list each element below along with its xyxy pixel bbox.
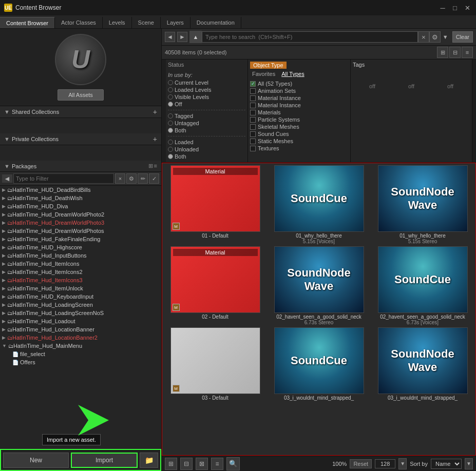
grid-view-small-button[interactable]: ⊠ bbox=[196, 458, 208, 470]
asset-card[interactable]: SoundCue 01_why_hello_there 5.15s [Voice… bbox=[268, 165, 370, 244]
asset-card[interactable]: Material M 02 - Default bbox=[164, 246, 266, 325]
asset-card[interactable]: SoundNodeWave 02_havent_seen_a_good_soli… bbox=[268, 246, 370, 325]
packages-triangle: ▼ bbox=[4, 163, 10, 169]
list-item[interactable]: ▶ 🗂 HatInTime_Hud_Loadout bbox=[0, 317, 161, 325]
tab-levels[interactable]: Levels bbox=[103, 17, 132, 28]
packages-view-list-icon[interactable]: ≡ bbox=[154, 163, 157, 169]
packages-clear-filter-button[interactable]: × bbox=[115, 173, 125, 184]
list-view-button[interactable]: ≡ bbox=[211, 458, 223, 470]
minimize-button[interactable]: ─ bbox=[438, 3, 447, 12]
list-item[interactable]: ▶ 🗂 HatInTime_Hud_LoadingScreen bbox=[0, 301, 161, 309]
sort-dropdown[interactable]: Name bbox=[431, 459, 462, 469]
off-radio[interactable]: Off bbox=[168, 101, 245, 108]
asset-card[interactable]: SoundCue 03_i_wouldnt_mind_strapped_ bbox=[268, 327, 370, 401]
sort-dropdown-arrow-button[interactable]: ▼ bbox=[465, 458, 473, 469]
tagged-radio[interactable]: Tagged bbox=[168, 112, 245, 120]
list-item[interactable]: ▶ 🗂 HatInTime_HUD_Diva bbox=[0, 202, 161, 210]
all-assets-button[interactable]: All Assets bbox=[58, 89, 104, 101]
import-button[interactable]: Import bbox=[71, 453, 138, 468]
clear-button[interactable]: Clear bbox=[452, 31, 473, 43]
asset-card[interactable]: SoundNodeWave 01_why_hello_there 5.15s S… bbox=[372, 165, 473, 244]
list-item[interactable]: ▶ 🗂 HatInTime_HUD_KeyboardInput bbox=[0, 292, 161, 301]
all-types-tab[interactable]: All Types bbox=[279, 70, 306, 78]
size-input[interactable] bbox=[375, 459, 395, 468]
list-item[interactable]: ▶ 🗂 HatInTime_Hud_DreamWorldPhoto3 bbox=[0, 219, 161, 227]
asset-card[interactable]: M 03 - Default bbox=[164, 327, 266, 401]
list-item[interactable]: ▶ 🗂 HatInTime_Hud_FakeFinaleEnding bbox=[0, 235, 161, 243]
list-item[interactable]: 📄 file_select bbox=[10, 350, 161, 358]
list-item[interactable]: ▶ 🗂 HatInTime_HUD_Highscore bbox=[0, 243, 161, 251]
tab-documentation[interactable]: Documentation bbox=[191, 17, 241, 28]
tab-scene[interactable]: Scene bbox=[132, 17, 161, 28]
asset-card[interactable]: SoundNodeWave 03_i_wouldnt_mind_strapped… bbox=[372, 327, 473, 401]
shared-collections-add-button[interactable]: + bbox=[153, 108, 157, 115]
list-item[interactable]: ▶ 🗂 HatInTime_Hud_DreamWorldPhotos bbox=[0, 227, 161, 235]
packages-filter-input[interactable] bbox=[13, 173, 114, 184]
list-item[interactable]: ▶ 🗂 HatInTime_HUD_DeadBirdBills bbox=[0, 186, 161, 194]
favorites-tab[interactable]: Favorites bbox=[250, 70, 277, 78]
new-button[interactable]: New bbox=[3, 453, 69, 468]
list-item[interactable]: ▶ 🗂 HatInTime_Hud_LocationBanner bbox=[0, 325, 161, 333]
view-large-thumb-button[interactable]: ⊞ bbox=[437, 47, 448, 58]
tab-actor-classes[interactable]: Actor Classes bbox=[55, 17, 103, 28]
view-list-button[interactable]: ≡ bbox=[462, 47, 473, 58]
packages-check-button[interactable]: ✓ bbox=[149, 173, 159, 184]
tab-content-browser[interactable]: Content Browser bbox=[0, 17, 55, 28]
list-item[interactable]: ▶ 🗂 HatInTime_Hud_DreamWorldPhoto2 bbox=[0, 210, 161, 219]
list-item[interactable]: ▶ 🗂 HatInTime_Hud_LocationBanner2 bbox=[0, 333, 161, 342]
material-instance-checkbox-1[interactable]: Material Instance bbox=[250, 94, 348, 102]
view-small-thumb-button[interactable]: ⊟ bbox=[449, 47, 461, 58]
packages-edit-button[interactable]: ✏ bbox=[138, 173, 148, 184]
zoom-reset-button[interactable]: Reset bbox=[350, 459, 372, 468]
list-item[interactable]: ▶ 🗂 HatInTime_Hud_ItemIcons3 bbox=[0, 276, 161, 284]
size-dropdown-button[interactable]: ▼ bbox=[398, 458, 407, 469]
material-instance-checkbox-2[interactable]: Material Instance bbox=[250, 102, 348, 109]
asset-card[interactable]: SoundCue 02_havent_seen_a_good_solid_nec… bbox=[372, 246, 473, 325]
nav-forward-button[interactable]: ► bbox=[177, 32, 187, 42]
grid-view-large-button[interactable]: ⊞ bbox=[165, 458, 177, 470]
list-item[interactable]: ▶ 🗂 HatInTime_Hud_ItemIcons bbox=[0, 260, 161, 268]
visible-levels-radio[interactable]: Visible Levels bbox=[168, 93, 245, 101]
loaded-radio[interactable]: Loaded bbox=[168, 139, 245, 146]
list-item[interactable]: ▶ 🗂 HatInTime_Hud_InputButtons bbox=[0, 251, 161, 260]
sound-cues-checkbox[interactable]: Sound Cues bbox=[250, 130, 348, 138]
packages-view-grid-icon[interactable]: ⊞ bbox=[148, 163, 153, 169]
loaded-levels-radio[interactable]: Loaded Levels bbox=[168, 86, 245, 93]
asset-grid-area[interactable]: Material M 01 - Default SoundCue 01_why_… bbox=[162, 163, 476, 456]
animation-sets-checkbox[interactable]: Animation Sets bbox=[250, 87, 348, 94]
unloaded-radio[interactable]: Unloaded bbox=[168, 146, 245, 153]
search-options-button[interactable]: ⚙ bbox=[429, 31, 441, 43]
grid-view-medium-button[interactable]: ⊟ bbox=[180, 458, 193, 470]
skeletal-meshes-checkbox[interactable]: Skeletal Meshes bbox=[250, 123, 348, 130]
untagged-radio[interactable]: Untagged bbox=[168, 120, 245, 127]
both-radio-2[interactable]: Both bbox=[168, 153, 245, 160]
search-collapse-button[interactable]: ▲ bbox=[189, 31, 202, 43]
list-item[interactable]: ▶ 🗂 HatInTime_Hud_ItemUnlock bbox=[0, 284, 161, 292]
textures-checkbox[interactable]: Textures bbox=[250, 145, 348, 152]
maximize-button[interactable]: □ bbox=[450, 3, 460, 12]
search-clear-button[interactable]: × bbox=[418, 31, 429, 43]
static-meshes-checkbox[interactable]: Static Meshes bbox=[250, 138, 348, 145]
list-item[interactable]: ▼ 🗂 HatInTime_Hud_MainMenu bbox=[0, 342, 161, 350]
asset-card[interactable]: Material M 01 - Default bbox=[164, 165, 266, 244]
both-radio-1[interactable]: Both bbox=[168, 127, 245, 134]
particle-systems-checkbox[interactable]: Particle Systems bbox=[250, 116, 348, 123]
list-item[interactable]: ▶ 🗂 HatInTime_Hud_ItemIcons2 bbox=[0, 268, 161, 276]
search-input[interactable] bbox=[202, 31, 418, 43]
list-item[interactable]: 📄 Offers bbox=[10, 358, 161, 366]
current-level-radio[interactable]: Current Level bbox=[168, 79, 245, 86]
packages-settings-button[interactable]: ⚙ bbox=[126, 173, 137, 184]
materials-checkbox[interactable]: Materials bbox=[250, 109, 348, 116]
asset-name: 03_i_wouldnt_mind_strapped_ bbox=[284, 395, 354, 401]
close-button[interactable]: ✕ bbox=[463, 3, 472, 12]
search-button[interactable]: 🔍 bbox=[226, 457, 240, 470]
nav-back-button[interactable]: ◄ bbox=[165, 32, 175, 42]
list-item[interactable]: ▶ 🗂 HatInTime_Hud_DeathWish bbox=[0, 194, 161, 202]
list-item[interactable]: ▶ 🗂 HatInTime_Hud_LoadingScreenNoS bbox=[0, 309, 161, 317]
folder-button[interactable]: 📁 bbox=[140, 453, 158, 468]
all-types-checkbox-row[interactable]: ✓ All (52 Types) bbox=[250, 80, 348, 87]
packages-collapse-button[interactable]: ◄ bbox=[2, 174, 12, 183]
tab-layers[interactable]: Layers bbox=[161, 17, 191, 28]
private-collections-add-button[interactable]: + bbox=[153, 135, 157, 143]
radio-filled-icon bbox=[168, 154, 173, 159]
